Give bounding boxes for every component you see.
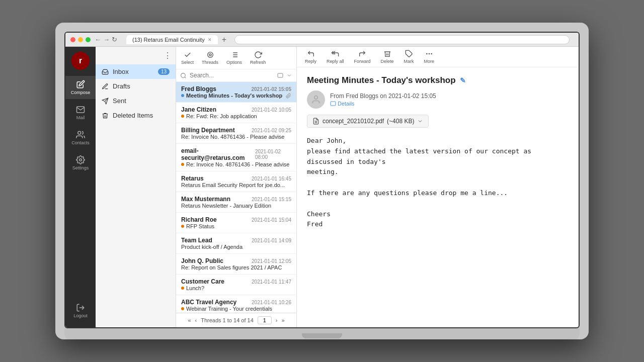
mail-filter-icon[interactable] <box>277 72 283 78</box>
unread-indicator <box>181 225 184 228</box>
edit-subject-icon[interactable]: ✎ <box>460 76 466 84</box>
svg-point-5 <box>209 54 211 56</box>
email-date: 2021-01-01 12:05 <box>252 258 291 264</box>
logout-label: Logout <box>73 313 88 318</box>
email-list-panel: Select Threads <box>176 47 297 327</box>
list-item[interactable]: Team Lead 2021-01-01 14:09 Product kick-… <box>176 233 296 254</box>
email-subject: Re: Fwd: Re: Job application <box>181 113 291 119</box>
chevron-down-icon[interactable] <box>286 72 292 78</box>
email-sender: Richard Roe <box>181 216 217 223</box>
svg-point-19 <box>314 96 318 100</box>
attachment-size: (~408 KB) <box>387 118 414 125</box>
email-from-block: From Fred Bloggs on 2021-01-02 15:05 Det… <box>307 90 569 109</box>
folder-menu-icon[interactable]: ⋮ <box>164 51 172 60</box>
svg-point-18 <box>431 53 432 54</box>
email-subject: Meeting Minutes - Today's workshop <box>181 93 291 99</box>
sidebar-item-contacts[interactable]: Contacts <box>65 126 96 149</box>
folder-panel: ⋮ Inbox 13 Drafts <box>96 47 176 327</box>
list-item[interactable]: Jane Citizen 2021-01-02 10:05 Re: Fwd: R… <box>176 103 296 123</box>
last-page-button[interactable]: » <box>281 317 284 323</box>
email-view: Reply Reply all Forward <box>297 47 579 327</box>
details-link[interactable]: Details <box>330 101 436 107</box>
delete-button[interactable]: Delete <box>381 50 394 64</box>
sent-label: Sent <box>113 97 126 105</box>
titlebar: ← → ↻ (13) Retarus Email Continuity ✕ + <box>65 33 579 47</box>
threads-info: Threads 1 to 14 of 14 <box>201 317 254 323</box>
first-page-button[interactable]: « <box>188 317 191 323</box>
email-sender: Jane Citizen <box>181 106 216 113</box>
email-view-content: Meeting Minutes - Today's workshop ✎ Fro… <box>297 67 579 327</box>
sidebar-item-logout[interactable]: Logout <box>65 299 96 322</box>
folder-item-drafts[interactable]: Drafts <box>96 79 176 94</box>
svg-point-6 <box>207 52 213 58</box>
forward-button[interactable]: Forward <box>354 50 371 64</box>
svg-point-16 <box>426 53 427 54</box>
app-container: r Compose Mail <box>65 47 579 327</box>
dropdown-icon[interactable] <box>417 118 423 124</box>
list-item[interactable]: Richard Roe 2021-01-01 15:04 RFP Status <box>176 213 296 233</box>
back-button[interactable]: ← <box>95 36 101 43</box>
email-sender: Billing Department <box>181 127 235 134</box>
email-sender: email-security@retarus.com <box>181 147 255 161</box>
attachment-icon <box>286 93 291 99</box>
close-button[interactable] <box>70 37 75 42</box>
options-button[interactable]: Options <box>226 51 242 65</box>
reply-all-button[interactable]: Reply all <box>327 50 344 64</box>
email-subject-heading: Meeting Minutes - Today's workshop ✎ <box>307 75 569 85</box>
pdf-icon <box>312 118 319 125</box>
list-item[interactable]: email-security@retarus.com 2021-01-02 08… <box>176 144 296 171</box>
list-item[interactable]: Max Mustermann 2021-01-01 15:15 Retarus … <box>176 192 296 213</box>
tab-bar: (13) Retarus Email Continuity ✕ + <box>126 35 226 44</box>
email-date: 2021-01-02 15:05 <box>251 86 291 92</box>
drafts-label: Drafts <box>113 82 130 90</box>
add-tab-button[interactable]: + <box>222 35 226 44</box>
folder-item-deleted[interactable]: Deleted Items <box>96 108 176 123</box>
email-subject: Re: Invoice No. 48761436 - Please advise <box>181 161 291 167</box>
list-item[interactable]: Fred Bloggs 2021-01-02 15:05 Meeting Min… <box>176 82 296 103</box>
search-input[interactable] <box>190 72 274 79</box>
unread-indicator <box>181 115 184 118</box>
reply-button[interactable]: Reply <box>305 50 316 64</box>
more-button[interactable]: More <box>424 50 435 64</box>
email-sender: Customer Care <box>181 278 224 285</box>
list-item[interactable]: Retarus 2021-01-01 16:45 Retarus Email S… <box>176 171 296 192</box>
folder-header: ⋮ <box>96 47 176 64</box>
list-item[interactable]: John Q. Public 2021-01-01 12:05 Re: Repo… <box>176 254 296 275</box>
forward-button[interactable]: → <box>103 36 110 43</box>
folder-item-inbox[interactable]: Inbox 13 <box>96 64 176 79</box>
email-list-footer: « ‹ Threads 1 to 14 of 14 › » <box>176 313 296 327</box>
tab-close-button[interactable]: ✕ <box>208 37 212 42</box>
page-input[interactable] <box>258 316 272 324</box>
threads-button[interactable]: Threads <box>202 51 218 65</box>
next-page-button[interactable]: › <box>276 317 278 323</box>
attachment[interactable]: concept_20210102.pdf (~408 KB) <box>307 115 429 128</box>
email-subject: Lunch? <box>181 285 291 291</box>
select-button[interactable]: Select <box>181 51 194 65</box>
email-subject: Retarus Newsletter - January Edition <box>181 203 291 209</box>
traffic-lights <box>70 37 91 42</box>
email-date: 2021-01-01 15:04 <box>252 217 291 223</box>
email-sender: Fred Bloggs <box>181 85 216 93</box>
maximize-button[interactable] <box>86 37 91 42</box>
list-item[interactable]: ABC Travel Agency 2021-01-01 10:26 Webin… <box>176 295 296 313</box>
refresh-button[interactable]: Refresh <box>250 51 266 65</box>
minimize-button[interactable] <box>78 37 83 42</box>
folder-item-sent[interactable]: Sent <box>96 94 176 108</box>
sidebar-item-mail[interactable]: Mail <box>65 101 96 124</box>
refresh-button[interactable]: ↻ <box>112 36 117 43</box>
email-date: 2021-01-02 08:00 <box>255 149 291 160</box>
sidebar-item-compose[interactable]: Compose <box>65 76 96 99</box>
list-item[interactable]: Billing Department 2021-01-02 09:25 Re: … <box>176 123 296 144</box>
list-item[interactable]: Customer Care 2021-01-01 11:47 Lunch? <box>176 275 296 295</box>
email-subject: Re: Invoice No. 48761436 - Please advise <box>181 134 291 140</box>
browser-tab[interactable]: (13) Retarus Email Continuity ✕ <box>126 35 218 44</box>
mark-button[interactable]: Mark <box>404 50 414 64</box>
email-subject: Webinar Training - Your credentials <box>181 306 291 312</box>
address-bar[interactable] <box>234 35 570 44</box>
prev-page-button[interactable]: ‹ <box>195 317 197 323</box>
email-sender: John Q. Public <box>181 257 223 264</box>
svg-line-14 <box>185 77 186 78</box>
email-date: 2021-01-02 09:25 <box>252 128 291 133</box>
sidebar-item-settings[interactable]: Settings <box>65 151 96 174</box>
email-list: Fred Bloggs 2021-01-02 15:05 Meeting Min… <box>176 82 296 313</box>
